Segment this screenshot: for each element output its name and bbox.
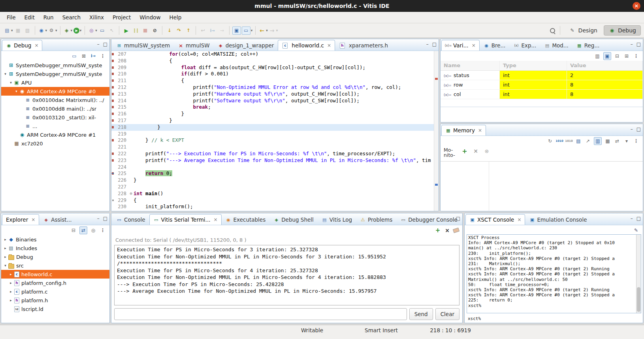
minimize-icon[interactable]: –	[631, 41, 633, 47]
dropdown-arrow-icon[interactable]: ▾	[95, 28, 97, 32]
view-menu-icon[interactable]	[633, 137, 640, 145]
window-close-button[interactable]: ×	[633, 2, 640, 10]
xsct-tab-emulation-console[interactable]: Emulation Console	[525, 214, 591, 225]
explorer-tree-item-src[interactable]: ▾src	[1, 261, 109, 270]
explorer-tree-item-platform-config-h[interactable]: ▸platform_config.h	[1, 279, 109, 287]
code-text[interactable]: float diff = abs(output_C_HW[row][col]-o…	[134, 64, 439, 71]
hex-rendering-icon[interactable]	[556, 137, 563, 145]
code-text[interactable]: }	[134, 117, 439, 124]
chevron-down-icon[interactable]: ▾	[8, 81, 13, 85]
column-header-type[interactable]: Type	[500, 61, 567, 70]
code-text[interactable]: printf("Hardware output %f\r\n", output_…	[134, 91, 439, 98]
code-text[interactable]: } // k < EXPT	[134, 137, 439, 144]
console-tab-console[interactable]: Console	[112, 214, 149, 225]
disconnect-button[interactable]	[151, 26, 159, 35]
minimize-icon[interactable]: –	[426, 41, 429, 47]
chevron-right-icon[interactable]: ▸	[3, 255, 8, 259]
debug-layout-icon[interactable]	[71, 53, 78, 60]
dropdown-arrow-icon[interactable]: ▾	[11, 28, 13, 32]
dropdown-arrow-icon[interactable]: ▾	[55, 28, 57, 32]
variable-row[interactable]: (x)=colint8	[441, 90, 643, 99]
debug-tree-item-systemdebugger-mmulsw-syste[interactable]: ▾SystemDebugger_mmulSW_syste	[1, 70, 109, 78]
code-text[interactable]	[134, 164, 439, 171]
close-icon[interactable]: ×	[31, 217, 35, 222]
variables-tab-exp[interactable]: Exp...	[509, 40, 540, 51]
focus-on-active-task-icon[interactable]	[90, 227, 97, 234]
minimize-icon[interactable]: –	[631, 216, 633, 221]
debug-tree-item-0x00100dac-matrixmul[interactable]: 0x00100dac Matrixmul(): ../	[1, 96, 109, 104]
debug-tree-item-apu[interactable]: ▾APU	[1, 78, 109, 87]
maximize-icon[interactable]: □	[636, 216, 641, 221]
perspective-debug-button[interactable]: Debug	[604, 25, 641, 36]
maximize-icon[interactable]: □	[432, 41, 437, 47]
debug-as-button[interactable]: ▾	[63, 26, 73, 35]
send-button[interactable]: Send	[409, 308, 433, 320]
split-pane-icon[interactable]	[594, 137, 602, 145]
open-console-button[interactable]: ▾	[242, 26, 253, 35]
terminal-input[interactable]	[114, 308, 407, 320]
xsct-scrollbar[interactable]	[636, 235, 641, 313]
console-tab-debug-shell[interactable]: Debug Shell	[269, 214, 318, 225]
profile-as-button[interactable]: ▾	[88, 26, 97, 35]
code-text[interactable]: int main()	[134, 190, 439, 197]
debug-tree-item-item[interactable]: ...	[1, 122, 109, 130]
expand-all-icon[interactable]	[623, 53, 630, 60]
menu-edit[interactable]: Edit	[20, 12, 39, 23]
code-text[interactable]: printf("---> Average Execution Time for …	[134, 157, 439, 164]
console-tab-vitis-serial-termi[interactable]: Vitis Serial Termi...×	[149, 214, 222, 225]
overview-ruler[interactable]	[434, 51, 439, 211]
variables-tab-bre[interactable]: Bre...	[480, 40, 510, 51]
resume-button[interactable]	[122, 26, 131, 35]
menu-window[interactable]: Window	[135, 12, 165, 23]
code-editor[interactable]: 207 for(col=0; col<MATSIZE; col++)208 {2…	[111, 51, 439, 211]
explorer-tree-item-platform-h[interactable]: ▸platform.h	[1, 296, 109, 305]
minimize-icon[interactable]: –	[97, 41, 100, 47]
link-with-editor-icon[interactable]	[79, 226, 87, 234]
ascii-rendering-icon[interactable]	[565, 137, 572, 145]
editor-tab-mmulsw[interactable]: mmulSW	[174, 40, 214, 51]
variables-tab-reg[interactable]: Reg...	[572, 40, 604, 51]
step-over-button[interactable]	[175, 26, 183, 35]
chevron-down-icon[interactable]: ▾	[3, 72, 8, 76]
collapse-all-icon[interactable]	[70, 227, 77, 234]
code-text[interactable]: {	[134, 197, 439, 204]
dropdown-arrow-icon[interactable]: ▾	[45, 28, 47, 32]
chevron-right-icon[interactable]: ▸	[8, 272, 13, 276]
search-icon[interactable]	[548, 26, 557, 35]
code-text[interactable]: printf("Non-Optimized MMUL Error at row …	[134, 84, 439, 91]
code-text[interactable]	[134, 144, 439, 151]
variables-tab-mod[interactable]: Mod...	[540, 40, 572, 51]
explorer-tree-item-binaries[interactable]: ▸Binaries	[1, 235, 109, 244]
view-menu-icon[interactable]	[99, 227, 106, 234]
link-renderings-icon[interactable]	[614, 137, 621, 145]
code-text[interactable]	[134, 131, 439, 137]
remove-memory-monitor-icon[interactable]: ×	[472, 147, 479, 154]
close-icon[interactable]: ×	[214, 217, 218, 222]
editor-tab-xparameters-h[interactable]: xparameters.h	[335, 40, 392, 51]
new-terminal-icon[interactable]	[434, 227, 441, 234]
back-button[interactable]: ▾	[258, 26, 268, 35]
xsct-output[interactable]: XSCT ProcessInfo: ARM Cortex-A9 MPCore #…	[467, 234, 641, 313]
clear-terminal-icon[interactable]	[453, 227, 459, 233]
maximize-icon[interactable]: □	[636, 126, 641, 132]
chevron-right-icon[interactable]: ▸	[8, 298, 13, 302]
remove-all-monitors-icon[interactable]: ⊗	[483, 147, 490, 154]
maximize-icon[interactable]: □	[103, 216, 107, 221]
maximize-icon[interactable]: □	[456, 216, 460, 221]
dropdown-arrow-icon[interactable]: ▾	[71, 28, 73, 32]
code-text[interactable]: }	[134, 124, 439, 131]
chevron-right-icon[interactable]: ▸	[3, 237, 8, 241]
add-memory-monitor-icon[interactable]: +	[461, 147, 468, 154]
explorer-tree-item-helloworld-c[interactable]: ▸helloworld.c	[1, 270, 109, 279]
code-text[interactable]: {	[134, 77, 439, 84]
close-icon[interactable]: ×	[472, 43, 476, 48]
debug-tab-debug[interactable]: Debug×	[2, 40, 42, 51]
dropdown-arrow-icon[interactable]: ▾	[266, 28, 268, 32]
close-icon[interactable]: ×	[517, 217, 521, 222]
dropdown-arrow-icon[interactable]: ▾	[251, 28, 253, 32]
run-as-button[interactable]: ▾	[73, 26, 82, 35]
code-text[interactable]: printf("Software output %f\r\n", output_…	[134, 98, 439, 104]
debug-tree-item-0x00103120-start-xil[interactable]: 0x00103120 _start(): xil-	[1, 113, 109, 122]
code-text[interactable]: printf("---> Execution Time for PS in Mi…	[134, 151, 439, 157]
remove-all-terminated-icon[interactable]	[80, 53, 87, 60]
